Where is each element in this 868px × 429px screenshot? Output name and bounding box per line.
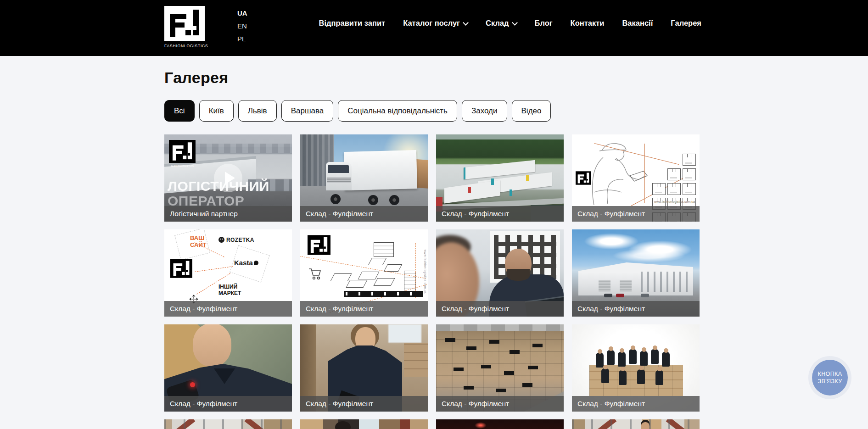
gallery-item-caption: Склад - Фулфілмент xyxy=(572,206,700,222)
filter-lviv[interactable]: Львів xyxy=(238,100,277,122)
logo[interactable]: FASHIONLOGISTICS xyxy=(164,6,206,48)
nav-label: Галерея xyxy=(671,19,701,27)
main-nav: Відправити запит Каталог послуг Склад Бл… xyxy=(319,0,701,46)
contact-button-label: ЗВ'ЯЗКУ xyxy=(818,378,842,385)
url-text-vertical: www.fashionlogistics.com.ua xyxy=(424,250,427,294)
nav-label: Склад xyxy=(486,19,509,27)
lang-ua[interactable]: UA xyxy=(237,9,247,17)
gallery-item-caption: Склад - Фулфілмент xyxy=(436,396,564,412)
brand-logo-overlay xyxy=(576,171,591,187)
gallery-item-caption: Склад - Фулфілмент xyxy=(572,396,700,412)
gallery-item-video[interactable]: FASHIONLOGISTICS ЛОГІСТИЧНИЙ ОПЕРАТОР Ло… xyxy=(164,134,292,222)
nav-label: Відправити запит xyxy=(319,19,386,27)
gallery-item[interactable]: Склад - Фулфілмент xyxy=(436,324,564,412)
nav-warehouse[interactable]: Склад xyxy=(486,19,517,28)
contact-button-label: КНОПКА xyxy=(818,370,842,378)
gallery-item-caption: Логістичний партнер xyxy=(164,206,292,222)
filter-all[interactable]: Всі xyxy=(164,100,195,122)
gallery-item[interactable]: Склад - Фулфілмент xyxy=(436,229,564,317)
filter-video[interactable]: Відео xyxy=(512,100,551,122)
gallery-item-caption: Склад - Фулфілмент xyxy=(300,396,428,412)
filter-warsaw[interactable]: Варшава xyxy=(281,100,334,122)
label-other-market: ІНШИЙ МАРКЕТ xyxy=(218,284,241,297)
gallery-item-caption: Склад - Фулфілмент xyxy=(572,301,700,317)
brand-logo-overlay: FASHIONLOGISTICS xyxy=(308,235,330,260)
nav-contacts[interactable]: Контакти xyxy=(571,19,605,28)
gallery-item-caption: Склад - Фулфілмент xyxy=(436,301,564,317)
url-text: www.fashionlogistics.com.ua xyxy=(654,200,695,203)
kasta-logo: Kasta xyxy=(234,259,258,267)
gallery-item-caption: Склад - Фулфілмент xyxy=(164,396,292,412)
language-switcher: UA EN PL xyxy=(237,9,247,43)
logo-mark-icon xyxy=(164,34,205,42)
gallery-item[interactable]: Склад - Фулфілмент xyxy=(572,324,700,412)
filter-social[interactable]: Соціальна відповідальність xyxy=(338,100,457,122)
gallery-item[interactable] xyxy=(436,419,564,429)
gallery-item[interactable] xyxy=(300,419,428,429)
filter-kyiv[interactable]: Київ xyxy=(199,100,234,122)
filter-events[interactable]: Заходи xyxy=(462,100,507,122)
gallery-item-caption: Склад - Фулфілмент xyxy=(300,206,428,222)
contact-button[interactable]: КНОПКА ЗВ'ЯЗКУ xyxy=(812,360,848,396)
nav-label: Вакансії xyxy=(622,19,653,27)
play-icon[interactable] xyxy=(214,164,242,192)
gallery-item[interactable]: ВАШ САЙТ ROZETKA Kasta ІНШИЙ МАРКЕТ FASH… xyxy=(164,229,292,317)
warehouse-rack-photo xyxy=(572,419,700,429)
gallery-item[interactable] xyxy=(572,419,700,429)
lang-en[interactable]: EN xyxy=(237,22,247,30)
gallery-item-caption: Склад - Фулфілмент xyxy=(164,301,292,317)
gallery-item-caption: Склад - Фулфілмент xyxy=(300,301,428,317)
warehouse-rack-photo xyxy=(164,419,292,429)
gallery-grid: FASHIONLOGISTICS ЛОГІСТИЧНИЙ ОПЕРАТОР Ло… xyxy=(164,134,700,429)
gallery-filters: Всі Київ Львів Варшава Соціальна відпові… xyxy=(164,100,551,122)
brand-logo-overlay: FASHIONLOGISTICS xyxy=(169,140,196,167)
gallery-item[interactable]: Склад - Фулфілмент xyxy=(300,134,428,222)
nav-vacancies[interactable]: Вакансії xyxy=(622,19,653,28)
chevron-down-icon xyxy=(463,20,469,26)
logo-wordmark: FASHIONLOGISTICS xyxy=(164,44,206,48)
label-your-site: ВАШ САЙТ xyxy=(190,234,207,248)
nav-label: Контакти xyxy=(571,19,605,27)
page: FASHIONLOGISTICS UA EN PL Відправити зап… xyxy=(0,0,868,429)
nav-blog[interactable]: Блог xyxy=(535,19,553,28)
gallery-item[interactable]: FASHIONLOGISTICS www.fashionlogistics.co… xyxy=(300,229,428,317)
gallery-item[interactable]: Склад - Фулфілмент xyxy=(300,324,428,412)
dark-warehouse-photo xyxy=(436,419,564,429)
gallery-item[interactable]: Склад - Фулфілмент xyxy=(572,229,700,317)
gallery-item[interactable] xyxy=(164,419,292,429)
gallery-item-caption: Склад - Фулфілмент xyxy=(436,206,564,222)
nav-send-request[interactable]: Відправити запит xyxy=(319,19,386,28)
nav-label: Блог xyxy=(535,19,553,27)
page-title: Галерея xyxy=(164,69,228,87)
cart-icon xyxy=(308,268,322,280)
header: FASHIONLOGISTICS UA EN PL Відправити зап… xyxy=(0,0,868,56)
lang-pl[interactable]: PL xyxy=(237,35,247,43)
nav-catalog[interactable]: Каталог послуг xyxy=(403,19,468,28)
warehouse-photo xyxy=(300,419,428,429)
gallery-item[interactable]: www.fashionlogistics.com.ua Склад - Фулф… xyxy=(572,134,700,222)
marketplace-strip xyxy=(344,291,423,297)
gallery-item[interactable]: Склад - Фулфілмент xyxy=(436,134,564,222)
brand-logo-overlay: FASHIONLOGISTICS xyxy=(170,259,193,283)
gallery-item[interactable]: Склад - Фулфілмент xyxy=(164,324,292,412)
rozetka-logo: ROZETKA xyxy=(218,237,254,243)
chevron-down-icon xyxy=(512,20,518,26)
nav-label: Каталог послуг xyxy=(403,19,460,27)
nav-gallery[interactable]: Галерея xyxy=(671,19,701,28)
